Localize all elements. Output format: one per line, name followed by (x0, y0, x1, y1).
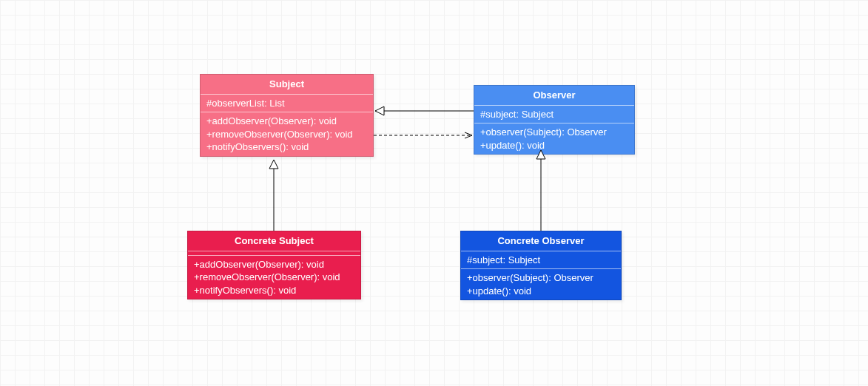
attribute: #subject: Subject (480, 108, 628, 121)
attribute: #observerList: List (206, 97, 367, 110)
method: +observer(Subject): Observer (480, 126, 628, 139)
method: +addObserver(Observer): void (206, 115, 367, 128)
arrowhead-triangle-up (269, 160, 278, 169)
class-attributes: #subject: Subject (474, 106, 634, 124)
class-methods: +observer(Subject): Observer +update(): … (474, 123, 634, 154)
method: +update(): void (480, 139, 628, 152)
class-title: Concrete Subject (188, 231, 360, 251)
attribute: #subject: Subject (467, 254, 615, 267)
method: +addObserver(Observer): void (194, 258, 354, 271)
class-title: Concrete Observer (461, 231, 621, 251)
method: +removeObserver(Observer): void (206, 128, 367, 141)
class-title: Observer (474, 86, 634, 106)
method: +notifyObservers(): void (206, 140, 367, 154)
uml-class-subject[interactable]: Subject #observerList: List +addObserver… (200, 74, 374, 157)
uml-class-observer[interactable]: Observer #subject: Subject +observer(Sub… (474, 85, 635, 155)
method: +removeObserver(Observer): void (194, 271, 354, 284)
class-attributes: #subject: Subject (461, 251, 621, 270)
class-title: Subject (201, 75, 373, 95)
method: +notifyObservers(): void (194, 284, 354, 297)
method: +update(): void (467, 285, 615, 298)
class-methods: +observer(Subject): Observer +update(): … (461, 269, 621, 299)
uml-class-concrete-subject[interactable]: Concrete Subject +addObserver(Observer):… (187, 231, 361, 299)
uml-class-concrete-observer[interactable]: Concrete Observer #subject: Subject +obs… (460, 231, 622, 300)
class-attributes: #observerList: List (201, 95, 373, 113)
diagram-connectors: Observer dashed dependency with open arr… (0, 0, 868, 386)
method: +observer(Subject): Observer (467, 271, 615, 285)
class-methods: +addObserver(Observer): void +removeObse… (201, 112, 373, 156)
arrowhead-triangle-left (375, 106, 384, 115)
class-methods: +addObserver(Observer): void +removeObse… (188, 256, 360, 299)
